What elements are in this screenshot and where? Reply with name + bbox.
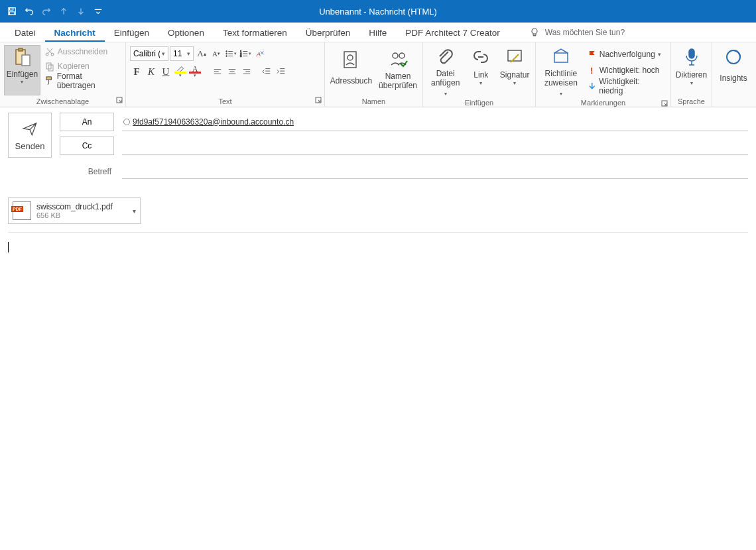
to-field[interactable]: 9fd9af571940636320a@inbound.accounto.ch xyxy=(122,113,748,131)
group-clipboard: Einfügen ▾ Ausschneiden Kopieren Format … xyxy=(0,42,126,107)
attachment-size: 656 KB xyxy=(36,211,127,219)
font-color-button[interactable]: A▾ xyxy=(188,65,202,78)
tell-me-search[interactable]: Was möchten Sie tun? xyxy=(529,27,625,42)
ribbon: Einfügen ▾ Ausschneiden Kopieren Format … xyxy=(0,42,756,107)
follow-up-button[interactable]: Nachverfolgung ▾ xyxy=(585,48,666,61)
dictate-button[interactable]: Diktieren▾ xyxy=(675,45,708,89)
group-voice: Diktieren▾ Sprache xyxy=(671,42,712,107)
window-title: Unbenannt - Nachricht (HTML) xyxy=(319,7,437,17)
clear-formatting-button[interactable]: A xyxy=(253,47,267,60)
svg-text:!: ! xyxy=(590,66,593,75)
address-book-button[interactable]: Adressbuch xyxy=(329,45,373,91)
to-button[interactable]: An xyxy=(60,113,114,131)
cc-field[interactable] xyxy=(122,137,748,155)
check-names-button[interactable]: Namenüberprüfen xyxy=(377,45,418,92)
tab-file[interactable]: Datei xyxy=(5,24,45,42)
message-body[interactable] xyxy=(8,233,748,264)
grow-font-button[interactable]: A▴ xyxy=(195,47,208,60)
italic-button[interactable]: K xyxy=(145,65,158,78)
align-center-button[interactable] xyxy=(225,65,239,78)
attach-file-button[interactable]: Dateianfügen ▾ xyxy=(427,45,464,99)
lightbulb-icon xyxy=(529,27,540,38)
save-icon[interactable] xyxy=(4,3,20,19)
link-icon xyxy=(470,46,491,68)
font-dialog-launcher[interactable] xyxy=(314,97,322,105)
numbering-button[interactable]: 123▾ xyxy=(239,47,252,60)
clipboard-dialog-launcher[interactable] xyxy=(115,97,123,105)
tab-help[interactable]: Hilfe xyxy=(359,24,396,42)
svg-point-45 xyxy=(393,53,398,58)
align-left-button[interactable] xyxy=(211,65,224,78)
tab-format[interactable]: Text formatieren xyxy=(214,24,296,42)
bullets-button[interactable]: ▾ xyxy=(224,47,237,60)
svg-point-15 xyxy=(226,53,227,54)
increase-indent-button[interactable] xyxy=(275,65,288,78)
group-text: Calibri (Textkörper)▾ 11▾ A▴ A▾ ▾ 123▾ A… xyxy=(126,42,325,107)
svg-rect-6 xyxy=(19,48,23,51)
quick-access-toolbar xyxy=(4,3,106,19)
subject-field[interactable] xyxy=(122,164,748,179)
group-names: Adressbuch Namenüberprüfen Namen xyxy=(325,42,423,107)
bold-button[interactable]: F xyxy=(130,65,143,78)
highlight-button[interactable]: ▾ xyxy=(174,65,187,78)
tags-dialog-launcher[interactable] xyxy=(661,100,668,108)
shrink-font-button[interactable]: A▾ xyxy=(210,47,223,60)
svg-point-44 xyxy=(347,55,353,60)
scissors-icon xyxy=(44,46,55,57)
send-button[interactable]: Senden xyxy=(8,113,52,158)
next-icon xyxy=(73,3,89,19)
policy-icon xyxy=(550,46,572,68)
svg-point-46 xyxy=(399,53,405,58)
tab-review[interactable]: Überprüfen xyxy=(296,24,360,42)
svg-point-4 xyxy=(532,28,537,34)
svg-rect-12 xyxy=(46,77,52,80)
link-button[interactable]: Link▾ xyxy=(466,45,495,89)
recipient-chip[interactable]: 9fd9af571940636320a@inbound.accounto.ch xyxy=(123,117,294,127)
svg-rect-43 xyxy=(344,52,356,68)
font-size-select[interactable]: 11▾ xyxy=(170,46,194,61)
address-book-icon xyxy=(340,49,361,70)
high-importance-icon: ! xyxy=(588,66,597,75)
group-include: Dateianfügen ▾ Link▾ Signatur▾ Einfügen xyxy=(423,42,536,107)
presence-icon xyxy=(123,119,130,125)
chevron-down-icon[interactable]: ▾ xyxy=(133,207,136,215)
paste-button[interactable]: Einfügen ▾ xyxy=(4,45,40,95)
tab-insert[interactable]: Einfügen xyxy=(105,24,158,42)
paintbrush-icon xyxy=(44,76,54,86)
tab-options[interactable]: Optionen xyxy=(158,24,214,42)
tab-pdf-architect[interactable]: PDF Architect 7 Creator xyxy=(396,24,509,42)
group-insights: Insights xyxy=(712,42,755,107)
low-importance-button[interactable]: Wichtigkeit: niedrig xyxy=(585,80,666,93)
attachments-row: swisscom_druck1.pdf 656 KB ▾ xyxy=(8,186,748,233)
send-icon xyxy=(21,120,38,137)
compose-area: Senden An Cc 9fd9af571940636320a@inbound… xyxy=(0,107,756,264)
title-bar: Unbenannt - Nachricht (HTML) xyxy=(0,0,756,23)
cc-button[interactable]: Cc xyxy=(60,137,114,155)
text-cursor xyxy=(8,242,9,252)
decrease-indent-button[interactable] xyxy=(260,65,273,78)
underline-button[interactable]: U xyxy=(159,65,172,78)
previous-icon xyxy=(56,3,72,19)
qat-customize-icon[interactable] xyxy=(90,3,106,19)
tab-message[interactable]: Nachricht xyxy=(45,24,105,42)
paperclip-icon xyxy=(435,46,456,68)
tell-me-placeholder: Was möchten Sie tun? xyxy=(545,28,625,37)
high-importance-button[interactable]: !Wichtigkeit: hoch xyxy=(585,64,666,77)
svg-rect-1 xyxy=(10,8,13,11)
attachment-item[interactable]: swisscom_druck1.pdf 656 KB ▾ xyxy=(8,197,141,224)
copy-button: Kopieren xyxy=(42,60,121,73)
assign-policy-button[interactable]: Richtliniezuweisen ▾ xyxy=(540,45,582,99)
font-name-select[interactable]: Calibri (Textkörper)▾ xyxy=(130,46,168,61)
svg-point-14 xyxy=(226,51,227,52)
signature-button[interactable]: Signatur▾ xyxy=(498,45,531,89)
undo-icon[interactable] xyxy=(21,3,37,19)
insights-button[interactable]: Insights xyxy=(717,45,749,89)
svg-rect-2 xyxy=(10,12,15,15)
format-painter-button[interactable]: Format übertragen xyxy=(42,74,121,87)
redo-icon xyxy=(38,3,54,19)
align-right-button[interactable] xyxy=(240,65,253,78)
ribbon-tabs: Datei Nachricht Einfügen Optionen Text f… xyxy=(0,23,756,42)
insights-icon xyxy=(723,46,744,68)
check-names-icon xyxy=(387,49,409,70)
svg-rect-48 xyxy=(554,53,568,62)
